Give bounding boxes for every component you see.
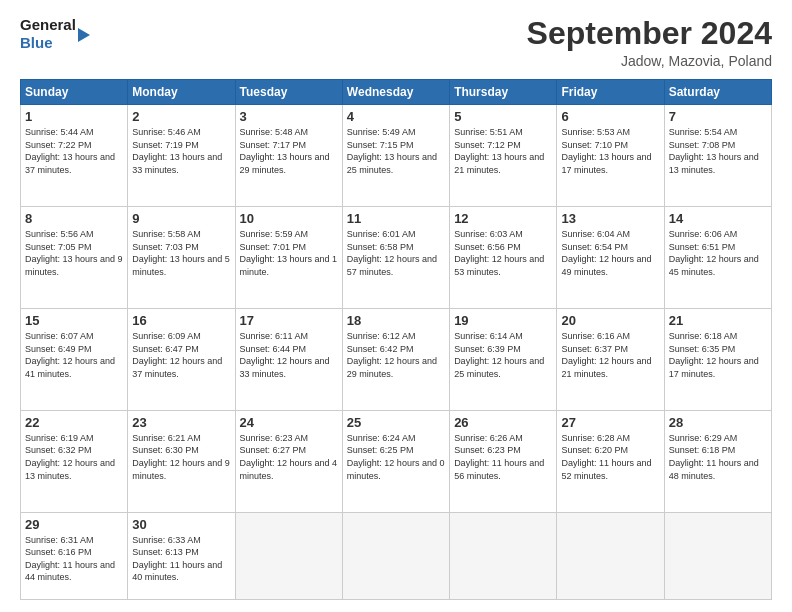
table-cell: 17 Sunrise: 6:11 AMSunset: 6:44 PMDaylig… [235, 308, 342, 410]
day-info: Sunrise: 5:46 AMSunset: 7:19 PMDaylight:… [132, 126, 230, 176]
day-number: 2 [132, 109, 230, 124]
day-info: Sunrise: 6:06 AMSunset: 6:51 PMDaylight:… [669, 228, 767, 278]
day-number: 14 [669, 211, 767, 226]
table-cell: 25 Sunrise: 6:24 AMSunset: 6:25 PMDaylig… [342, 410, 449, 512]
header-wednesday: Wednesday [342, 80, 449, 105]
day-number: 11 [347, 211, 445, 226]
month-title: September 2024 [527, 16, 772, 51]
header-thursday: Thursday [450, 80, 557, 105]
day-info: Sunrise: 5:56 AMSunset: 7:05 PMDaylight:… [25, 228, 123, 278]
table-cell: 27 Sunrise: 6:28 AMSunset: 6:20 PMDaylig… [557, 410, 664, 512]
day-number: 28 [669, 415, 767, 430]
day-number: 21 [669, 313, 767, 328]
day-number: 17 [240, 313, 338, 328]
calendar-header-row: Sunday Monday Tuesday Wednesday Thursday… [21, 80, 772, 105]
day-info: Sunrise: 6:16 AMSunset: 6:37 PMDaylight:… [561, 330, 659, 380]
day-info: Sunrise: 6:19 AMSunset: 6:32 PMDaylight:… [25, 432, 123, 482]
day-info: Sunrise: 5:59 AMSunset: 7:01 PMDaylight:… [240, 228, 338, 278]
day-info: Sunrise: 6:01 AMSunset: 6:58 PMDaylight:… [347, 228, 445, 278]
table-cell: 1 Sunrise: 5:44 AMSunset: 7:22 PMDayligh… [21, 105, 128, 207]
day-number: 1 [25, 109, 123, 124]
day-number: 22 [25, 415, 123, 430]
table-cell [450, 512, 557, 599]
table-cell: 29 Sunrise: 6:31 AMSunset: 6:16 PMDaylig… [21, 512, 128, 599]
location: Jadow, Mazovia, Poland [527, 53, 772, 69]
table-cell: 23 Sunrise: 6:21 AMSunset: 6:30 PMDaylig… [128, 410, 235, 512]
day-info: Sunrise: 6:11 AMSunset: 6:44 PMDaylight:… [240, 330, 338, 380]
day-number: 4 [347, 109, 445, 124]
header-saturday: Saturday [664, 80, 771, 105]
day-info: Sunrise: 6:18 AMSunset: 6:35 PMDaylight:… [669, 330, 767, 380]
day-info: Sunrise: 5:48 AMSunset: 7:17 PMDaylight:… [240, 126, 338, 176]
table-cell: 21 Sunrise: 6:18 AMSunset: 6:35 PMDaylig… [664, 308, 771, 410]
table-cell: 28 Sunrise: 6:29 AMSunset: 6:18 PMDaylig… [664, 410, 771, 512]
header-tuesday: Tuesday [235, 80, 342, 105]
day-number: 16 [132, 313, 230, 328]
table-cell [342, 512, 449, 599]
day-number: 24 [240, 415, 338, 430]
day-info: Sunrise: 5:51 AMSunset: 7:12 PMDaylight:… [454, 126, 552, 176]
day-number: 9 [132, 211, 230, 226]
calendar-row: 8 Sunrise: 5:56 AMSunset: 7:05 PMDayligh… [21, 207, 772, 309]
table-cell: 24 Sunrise: 6:23 AMSunset: 6:27 PMDaylig… [235, 410, 342, 512]
day-info: Sunrise: 6:04 AMSunset: 6:54 PMDaylight:… [561, 228, 659, 278]
calendar-row: 29 Sunrise: 6:31 AMSunset: 6:16 PMDaylig… [21, 512, 772, 599]
table-cell: 22 Sunrise: 6:19 AMSunset: 6:32 PMDaylig… [21, 410, 128, 512]
day-number: 29 [25, 517, 123, 532]
day-info: Sunrise: 6:21 AMSunset: 6:30 PMDaylight:… [132, 432, 230, 482]
day-number: 6 [561, 109, 659, 124]
table-cell [664, 512, 771, 599]
day-info: Sunrise: 6:03 AMSunset: 6:56 PMDaylight:… [454, 228, 552, 278]
table-cell: 16 Sunrise: 6:09 AMSunset: 6:47 PMDaylig… [128, 308, 235, 410]
day-info: Sunrise: 6:29 AMSunset: 6:18 PMDaylight:… [669, 432, 767, 482]
table-cell: 26 Sunrise: 6:26 AMSunset: 6:23 PMDaylig… [450, 410, 557, 512]
day-number: 26 [454, 415, 552, 430]
day-number: 5 [454, 109, 552, 124]
day-info: Sunrise: 5:49 AMSunset: 7:15 PMDaylight:… [347, 126, 445, 176]
title-block: September 2024 Jadow, Mazovia, Poland [527, 16, 772, 69]
table-cell: 12 Sunrise: 6:03 AMSunset: 6:56 PMDaylig… [450, 207, 557, 309]
table-cell: 20 Sunrise: 6:16 AMSunset: 6:37 PMDaylig… [557, 308, 664, 410]
table-cell: 11 Sunrise: 6:01 AMSunset: 6:58 PMDaylig… [342, 207, 449, 309]
table-cell: 14 Sunrise: 6:06 AMSunset: 6:51 PMDaylig… [664, 207, 771, 309]
day-info: Sunrise: 6:23 AMSunset: 6:27 PMDaylight:… [240, 432, 338, 482]
logo: General Blue [20, 16, 76, 52]
table-cell: 7 Sunrise: 5:54 AMSunset: 7:08 PMDayligh… [664, 105, 771, 207]
page: General Blue September 2024 Jadow, Mazov… [0, 0, 792, 612]
table-cell: 9 Sunrise: 5:58 AMSunset: 7:03 PMDayligh… [128, 207, 235, 309]
table-cell: 2 Sunrise: 5:46 AMSunset: 7:19 PMDayligh… [128, 105, 235, 207]
day-number: 27 [561, 415, 659, 430]
day-info: Sunrise: 6:12 AMSunset: 6:42 PMDaylight:… [347, 330, 445, 380]
day-number: 3 [240, 109, 338, 124]
day-number: 19 [454, 313, 552, 328]
header: General Blue September 2024 Jadow, Mazov… [20, 16, 772, 69]
day-info: Sunrise: 6:31 AMSunset: 6:16 PMDaylight:… [25, 534, 123, 584]
table-cell: 19 Sunrise: 6:14 AMSunset: 6:39 PMDaylig… [450, 308, 557, 410]
day-info: Sunrise: 5:58 AMSunset: 7:03 PMDaylight:… [132, 228, 230, 278]
table-cell: 10 Sunrise: 5:59 AMSunset: 7:01 PMDaylig… [235, 207, 342, 309]
day-info: Sunrise: 6:26 AMSunset: 6:23 PMDaylight:… [454, 432, 552, 482]
header-monday: Monday [128, 80, 235, 105]
day-number: 30 [132, 517, 230, 532]
day-number: 13 [561, 211, 659, 226]
table-cell: 30 Sunrise: 6:33 AMSunset: 6:13 PMDaylig… [128, 512, 235, 599]
calendar-row: 22 Sunrise: 6:19 AMSunset: 6:32 PMDaylig… [21, 410, 772, 512]
calendar-table: Sunday Monday Tuesday Wednesday Thursday… [20, 79, 772, 600]
day-number: 23 [132, 415, 230, 430]
calendar-body: 1 Sunrise: 5:44 AMSunset: 7:22 PMDayligh… [21, 105, 772, 600]
table-cell: 6 Sunrise: 5:53 AMSunset: 7:10 PMDayligh… [557, 105, 664, 207]
table-cell: 13 Sunrise: 6:04 AMSunset: 6:54 PMDaylig… [557, 207, 664, 309]
table-cell: 4 Sunrise: 5:49 AMSunset: 7:15 PMDayligh… [342, 105, 449, 207]
day-info: Sunrise: 6:14 AMSunset: 6:39 PMDaylight:… [454, 330, 552, 380]
day-info: Sunrise: 6:28 AMSunset: 6:20 PMDaylight:… [561, 432, 659, 482]
day-number: 18 [347, 313, 445, 328]
day-number: 25 [347, 415, 445, 430]
day-info: Sunrise: 6:33 AMSunset: 6:13 PMDaylight:… [132, 534, 230, 584]
day-number: 20 [561, 313, 659, 328]
table-cell: 18 Sunrise: 6:12 AMSunset: 6:42 PMDaylig… [342, 308, 449, 410]
day-number: 10 [240, 211, 338, 226]
day-info: Sunrise: 6:07 AMSunset: 6:49 PMDaylight:… [25, 330, 123, 380]
table-cell: 5 Sunrise: 5:51 AMSunset: 7:12 PMDayligh… [450, 105, 557, 207]
day-info: Sunrise: 6:24 AMSunset: 6:25 PMDaylight:… [347, 432, 445, 482]
header-sunday: Sunday [21, 80, 128, 105]
